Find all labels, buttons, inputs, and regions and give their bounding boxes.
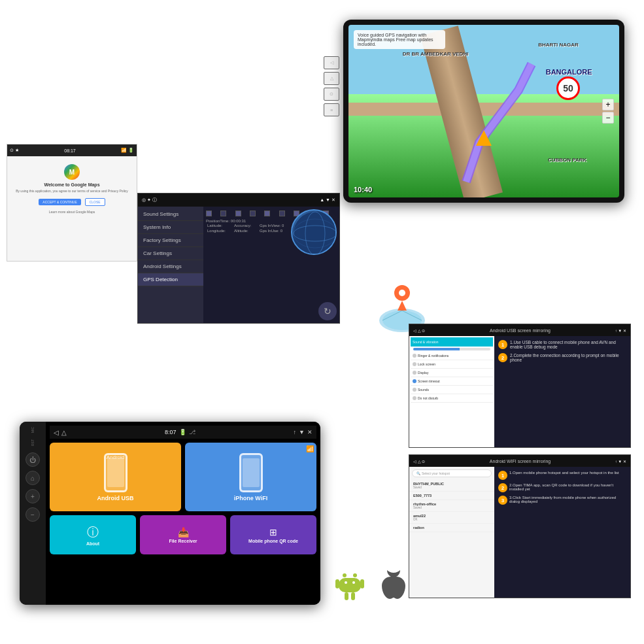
refresh-button[interactable]: ↻ [318, 302, 337, 320]
apple-logo [379, 569, 408, 602]
wifi-body: 🔍 Select your hotspot RHYTHM_PUBLIC Save… [409, 467, 630, 598]
speed-limit-number: 50 [563, 83, 573, 93]
power-button[interactable]: ⏻ [25, 452, 40, 467]
wifi-network-3[interactable]: rhythm-office Saved [409, 500, 494, 512]
settings-car[interactable]: Car Settings [138, 247, 203, 260]
gm-learn-more[interactable]: Learn more about Google Maps [12, 210, 131, 214]
platform-icons [333, 569, 408, 602]
app-grid-row1: Android Android USB 📶 iPhone WiFI [50, 443, 316, 511]
car-unit-gps: ◁ △ ⊙ ≡ 50 Voice guided GPS navigation w… [343, 20, 624, 203]
phone-screen [107, 458, 124, 487]
svg-point-10 [343, 573, 347, 577]
wifi-network-2[interactable]: E500_7773 [409, 492, 494, 500]
android-usb-tile[interactable]: Android Android USB [50, 443, 181, 511]
search-icon: 🔍 [416, 471, 420, 475]
topbar-right-icons: ↑ ▼ ✕ [294, 429, 313, 435]
globe-visual [291, 209, 337, 255]
step-num-2: 2 [498, 353, 507, 362]
wifi-network-4[interactable]: amul22 OK [409, 512, 494, 524]
home-button[interactable]: ⌂ [25, 471, 40, 485]
settings-gps[interactable]: GPS Detection [138, 273, 203, 286]
row-text: Ringer & notifications [418, 354, 449, 358]
gm-status-icons: ⊙ ★ [10, 148, 19, 153]
lat-label: Latitude: [206, 223, 233, 228]
settings-sound[interactable]: Sound Settings [138, 208, 203, 221]
wifi-step-1: 1 1.Open mobile phone hotspot and select… [498, 471, 626, 480]
wifi-instructions: 1 1.Open mobile phone hotspot and select… [494, 467, 630, 598]
vol-down-button[interactable]: − [25, 507, 40, 522]
row-dot [413, 388, 416, 392]
settings-topbar: ◎ ✦ ⓘ ▲ ▼ ✕ [138, 194, 339, 207]
usb-topbar: ◁ △ ⊙ Android USB screen mirroring ↑ ▼ ✕ [409, 324, 630, 336]
wifi-network-list: 🔍 Select your hotspot RHYTHM_PUBLIC Save… [409, 467, 494, 598]
about-tile[interactable]: ⓘ About [50, 515, 136, 554]
iphone-wifi-tile[interactable]: 📶 iPhone WiFI [185, 443, 316, 511]
android-usb-label: Android USB [97, 495, 134, 501]
settings-topbar-arrows: ▲ ▼ ✕ [320, 197, 335, 203]
wifi-network-5[interactable]: radion [409, 524, 494, 532]
settings-right: ↻ PositionTime: 00:00:31 Latitude: Accur… [203, 207, 339, 323]
usb-phone-preview: Sound & vibration Ringer & notifications… [409, 336, 494, 447]
wifi-search-bar[interactable]: 🔍 Select your hotspot [412, 469, 492, 477]
vol-up-button[interactable]: + [25, 489, 40, 503]
qr-code-tile[interactable]: ⊞ Mobile phone QR code [230, 515, 316, 554]
car-screen-apps: ◁ △ 8:07 🔋 ⎇ ↑ ▼ ✕ [46, 422, 320, 605]
usb-instructions: 1 1.Use USB cable to connect mobile phon… [494, 336, 630, 447]
qr-icon: ⊞ [269, 527, 277, 537]
row-text: Display [418, 371, 428, 375]
usb-nav-icons: ◁ △ ⊙ [413, 328, 425, 333]
close-button[interactable]: CLOSE [85, 198, 105, 206]
settings-system[interactable]: System Info [138, 221, 203, 234]
app-grid-row2: ⓘ About 📥 File Receiver ⊞ Mobile phone Q… [50, 515, 316, 554]
wifi-step-num-1: 1 [498, 471, 507, 480]
side-btn-2[interactable]: △ [324, 72, 339, 85]
svg-point-0 [294, 212, 337, 255]
svg-rect-12 [339, 578, 361, 592]
wifi-topbar-icons: ↑ ▼ ✕ [615, 459, 626, 464]
step-num-1: 1 [498, 340, 507, 349]
wifi-network-1[interactable]: RHYTHM_PUBLIC Saved [409, 480, 494, 492]
about-label: About [86, 541, 99, 546]
settings-factory[interactable]: Factory Settings [138, 234, 203, 247]
topbar-icon-1: ↑ [294, 429, 297, 435]
wifi-step-3: 3 3.Click Start immediately from mobile … [498, 496, 626, 505]
phone-row-6: Do not disturb [411, 394, 493, 403]
iphone-screen [243, 458, 260, 487]
file-receiver-tile[interactable]: 📥 File Receiver [140, 515, 226, 554]
accept-continue-button[interactable]: ACCEPT & CONTINUE [39, 199, 80, 205]
wifi-step-2-text: 2.Open TIMA app, scan QR code to downloa… [509, 483, 626, 491]
app-topbar: ◁ △ 8:07 🔋 ⎇ ↑ ▼ ✕ [50, 426, 316, 439]
svg-rect-15 [345, 592, 348, 600]
map-route-svg [348, 25, 619, 197]
wifi-step-3-text: 3.Click Start immediately from mobile ph… [509, 496, 626, 503]
settings-topbar-icons: ◎ ✦ ⓘ [142, 197, 157, 203]
google-maps-screenshot: ⊙ ★ 08:17 📶 🔋 M Welcome to Google Maps B… [7, 144, 137, 262]
map-label-bangalore: BANGALORE [546, 68, 592, 76]
settings-android[interactable]: Android Settings [138, 260, 203, 273]
svg-point-9 [399, 290, 405, 296]
car-side-panel: MIC RST ⏻ ⌂ + − [20, 422, 46, 605]
refresh-icon: ↻ [324, 306, 331, 316]
grid-cell [206, 211, 212, 216]
settings-screen: ◎ ✦ ⓘ ▲ ▼ ✕ Sound Settings System Info F… [137, 193, 340, 324]
phone-mini-topbar: Sound & vibration [411, 337, 493, 347]
network-name-5: radion [413, 526, 490, 530]
network-status-4: OK [413, 518, 490, 521]
svg-rect-14 [360, 579, 364, 588]
mic-label: MIC [31, 427, 35, 433]
gps-inuse: Gps InUse: 0 [258, 228, 293, 233]
gm-subtitle: By using this application, you agree to … [12, 189, 131, 193]
side-btn-3[interactable]: ⊙ [324, 88, 339, 101]
zoom-in-button[interactable]: + [602, 99, 614, 110]
svg-point-18 [352, 581, 355, 584]
side-btn-1[interactable]: ◁ [324, 56, 339, 69]
side-btn-4[interactable]: ≡ [324, 103, 339, 116]
topbar-time: 8:07 [165, 429, 177, 435]
row-text: Screen timeout [418, 379, 440, 383]
map-info-text: Voice guided GPS navigation with Mapmyin… [358, 33, 433, 46]
usb-step-2-text: 2.Complete the connection according to p… [510, 353, 626, 362]
acc-label: Accuracy: [233, 223, 258, 228]
zoom-out-button[interactable]: − [602, 112, 614, 124]
svg-rect-16 [351, 592, 355, 600]
svg-rect-13 [335, 579, 339, 588]
